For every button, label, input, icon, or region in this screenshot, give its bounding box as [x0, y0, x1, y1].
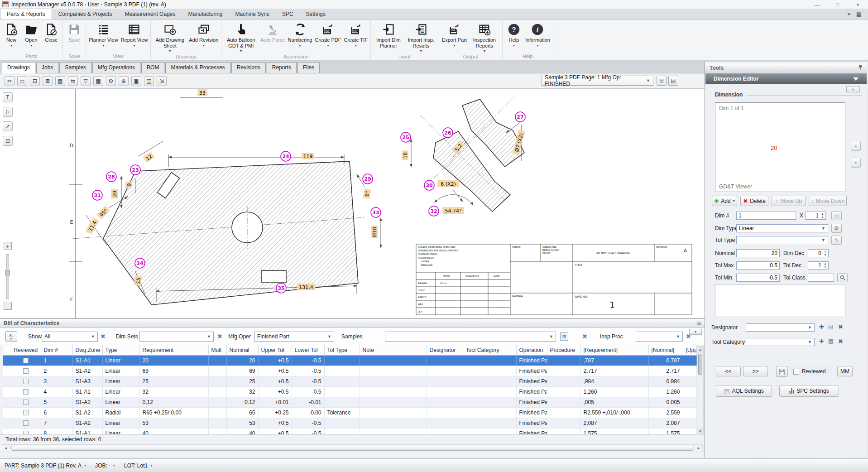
table-row[interactable]: 5 S1-A2 Linear 0,12 0.12 +0.01 -0.01 — [3, 397, 696, 408]
leader-tool-button[interactable]: ↗ — [3, 121, 13, 131]
dimension-label[interactable]: 8° — [363, 188, 371, 199]
numbering-button[interactable]: Numbering ▾ — [287, 21, 314, 48]
tab-materials-processes[interactable]: Materials & Processes — [165, 62, 230, 73]
maximize-button[interactable]: □ — [827, 0, 848, 9]
scrollbar-thumb[interactable] — [10, 446, 694, 451]
reviewed-checkbox-cell[interactable] — [11, 418, 41, 429]
tab-files[interactable]: Files — [297, 62, 320, 73]
tol-type-dropdown[interactable]: ▼ — [736, 236, 828, 244]
balloon-31[interactable]: 31 — [92, 190, 102, 200]
clear-tool-category-button[interactable]: ✖ — [838, 338, 843, 345]
fit-width-button[interactable]: ◫ — [144, 76, 154, 86]
menu-tab-companies-projects[interactable]: Companies & Projects — [52, 9, 119, 19]
close-button[interactable]: × — [848, 0, 868, 9]
menu-tab-parts-reports[interactable]: Parts & Reports — [0, 9, 52, 19]
gdt-viewer[interactable]: Dim 1 of 1 20 GD&T Viewer — [715, 102, 845, 192]
tab-revisions[interactable]: Revisions — [231, 62, 266, 73]
dim-dec-spinner[interactable]: ▲▼ — [808, 249, 829, 257]
stamp-tool-button[interactable]: ⊡ — [3, 136, 13, 146]
dim-type-settings-button[interactable]: ⚙ — [831, 224, 842, 233]
column-header[interactable]: Note — [360, 345, 427, 355]
fullscreen-button[interactable]: ⇲ — [157, 76, 167, 86]
drawing-canvas[interactable]: T ⚐ ↗ ⊡ + − — [0, 89, 705, 318]
reviewed-checkbox[interactable] — [793, 369, 799, 375]
balloon-34[interactable]: 34 — [135, 258, 145, 268]
reviewed-checkbox-cell[interactable] — [11, 376, 41, 387]
create-pdf-button[interactable]: PDF Create PDF ▾ — [313, 21, 342, 48]
view-settings-button[interactable]: ⚙ — [106, 76, 116, 86]
help-button[interactable]: ? Help ▾ — [504, 21, 524, 48]
chevron-down-icon[interactable]: ▾ — [150, 463, 152, 467]
tol-max-input[interactable] — [736, 261, 780, 270]
samples-dropdown[interactable]: ▼ — [385, 332, 556, 342]
dimension-label[interactable]: 11.4 — [86, 217, 99, 234]
status-lot[interactable]: LOT: Lot1 — [124, 462, 148, 469]
reviewed-checkbox-cell[interactable] — [11, 397, 41, 408]
nominal-input[interactable] — [736, 249, 780, 257]
tol-class-search-button[interactable] — [837, 273, 848, 282]
column-header[interactable]: Dwg.Zone — [72, 345, 102, 355]
dim-sets-dropdown[interactable]: ▼ — [139, 332, 214, 342]
grid-toggle-button[interactable]: ▦ — [93, 76, 103, 86]
balloon-27[interactable]: 27 — [515, 112, 525, 122]
close-part-button[interactable]: Close — [41, 21, 61, 44]
add-tool-category-button[interactable]: ✚ — [819, 338, 824, 345]
dimension-label[interactable]: 6 (X2) — [437, 180, 459, 187]
chevron-down-icon[interactable]: ▾ — [84, 463, 86, 467]
table-row[interactable]: 6 S1-A2 Radial R65 +0,25/-0,00 65 +0.25 … — [3, 408, 696, 418]
menu-tab-manufacturing[interactable]: Manufacturing — [182, 9, 229, 19]
column-header[interactable]: Upper Tol — [258, 345, 292, 355]
balloon-28[interactable]: 28 — [106, 172, 116, 182]
clear-dim-sets-icon[interactable]: ✖ — [217, 333, 222, 343]
clear-show-filter-icon[interactable]: ✖ — [101, 333, 106, 343]
chevron-down-icon[interactable]: ▾ — [113, 463, 115, 467]
table-row[interactable]: 2 S1-A2 Linear 69 69 +0.5 -0.5 — [3, 366, 696, 376]
mm-units-button[interactable]: MM — [837, 366, 853, 376]
table-row[interactable]: 7 S1-A2 Linear 53 53 +0.5 -0.5 — [3, 418, 696, 429]
auto-balloon-button[interactable]: Auto Balloon GDT & PMI ▾ — [223, 21, 259, 54]
column-header[interactable]: Nominal — [226, 345, 258, 355]
tab-reports[interactable]: Reports — [267, 62, 297, 73]
column-header[interactable]: Reviewed — [11, 345, 41, 355]
balloon-26[interactable]: 26 — [443, 128, 453, 138]
mfg-oper-dropdown[interactable]: Finished Part▼ — [254, 332, 334, 342]
gdt-scroll-up-button[interactable]: ▲ — [851, 141, 861, 151]
show-filter-dropdown[interactable]: All▼ — [42, 332, 98, 342]
zoom-out-button[interactable]: − — [4, 302, 12, 310]
import-insp-results-button[interactable]: Import Insp. Results ▾ — [405, 21, 437, 54]
reviewed-checkbox-cell[interactable] — [11, 366, 41, 376]
pin-icon[interactable] — [858, 64, 863, 72]
column-header[interactable]: Type — [102, 345, 139, 355]
column-header[interactable]: Operation — [516, 345, 547, 355]
clear-designator-button[interactable]: ✖ — [838, 323, 843, 330]
layout-grid-icon[interactable]: ▦ — [856, 10, 862, 17]
balloon-25[interactable]: 25 — [401, 132, 411, 142]
balloon-23[interactable]: 23 — [130, 165, 140, 175]
balloon-32[interactable]: 32 — [429, 206, 439, 216]
copy-dimension-button[interactable]: ⊡ — [831, 211, 842, 220]
minimize-button[interactable]: — — [807, 0, 827, 9]
dimension-label[interactable]: 9 — [125, 182, 132, 188]
tol-class-input[interactable] — [808, 274, 834, 282]
balloon-24[interactable]: 24 — [281, 151, 291, 161]
table-row[interactable]: 4 S1-A1 Linear 32 32 +0.5 -0.5 — [3, 387, 696, 397]
note-tool-button[interactable]: ▤ — [55, 76, 65, 86]
dimension-label[interactable]: Ø10 — [371, 226, 378, 238]
zoom-in-button[interactable]: + — [4, 242, 12, 250]
dimension-label[interactable]: 18 — [402, 150, 408, 160]
clear-samples-icon[interactable]: ✖ — [582, 333, 587, 343]
column-header[interactable]: Requirement — [139, 345, 208, 355]
balloon-35[interactable]: 35 — [276, 283, 286, 293]
add-designator-button[interactable]: ✚ — [819, 323, 824, 330]
x-count-spinner[interactable]: ▲▼ — [805, 212, 826, 220]
previous-dimension-button[interactable]: << — [716, 366, 741, 376]
designator-form-button[interactable]: ▤ — [828, 323, 833, 330]
gdt-scroll-down-button[interactable]: ▼ — [851, 158, 861, 168]
table-row[interactable]: 8 S1-A1 Linear 40 40 +0.5 -0.5 — [3, 429, 696, 434]
reviewed-checkbox-cell[interactable] — [11, 387, 41, 397]
insp-proc-dropdown[interactable]: ▼ — [636, 332, 683, 342]
dimension-editor-header[interactable]: Dimension Editor — [705, 73, 867, 84]
column-header[interactable]: Tool Category — [463, 345, 516, 355]
export-part-button[interactable]: XDF Export Part ▾ — [441, 21, 468, 48]
dimension-list-button[interactable]: ▤ — [668, 76, 678, 86]
